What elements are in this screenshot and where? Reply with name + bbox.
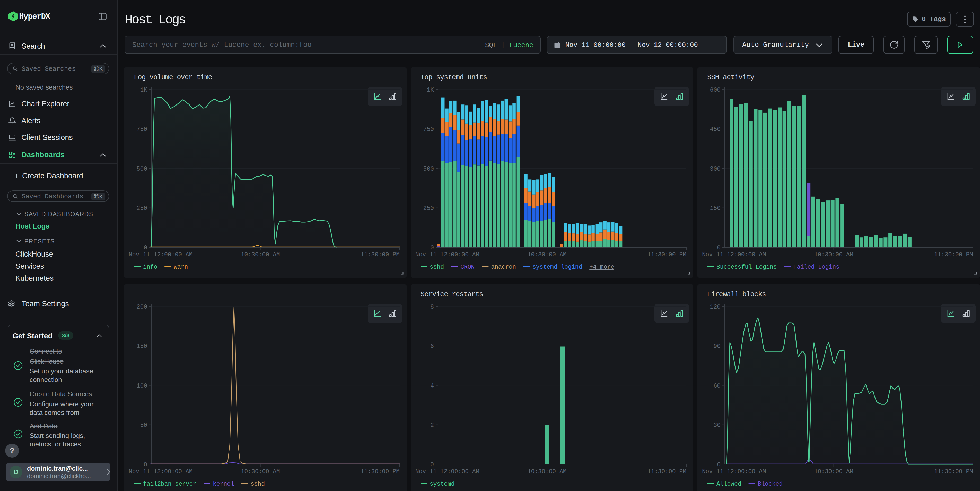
svg-text:Blocked: Blocked <box>758 481 783 488</box>
svg-text:Allowed: Allowed <box>716 481 741 488</box>
svg-text:Nov 11 12:00:00 AM: Nov 11 12:00:00 AM <box>129 251 192 258</box>
svg-text:anacron: anacron <box>491 264 516 270</box>
svg-text:0: 0 <box>717 461 721 468</box>
svg-text:Nov 11 12:00:00 AM: Nov 11 12:00:00 AM <box>129 468 192 475</box>
svg-text:11:30:00 PM: 11:30:00 PM <box>647 251 686 258</box>
svg-text:Nov 11 12:00:00 AM: Nov 11 12:00:00 AM <box>702 251 766 258</box>
svg-text:0: 0 <box>430 461 434 468</box>
svg-text:500: 500 <box>423 166 434 172</box>
svg-text:1K: 1K <box>140 87 147 94</box>
svg-text:300: 300 <box>710 166 721 172</box>
svg-text:4: 4 <box>430 383 434 389</box>
svg-text:150: 150 <box>137 343 147 350</box>
svg-text:Nov 11 12:00:00 AM: Nov 11 12:00:00 AM <box>702 468 766 475</box>
svg-text:0: 0 <box>143 461 147 468</box>
svg-text:500: 500 <box>137 166 147 172</box>
svg-text:CRON: CRON <box>460 264 474 270</box>
svg-text:11:30:00 PM: 11:30:00 PM <box>361 251 400 258</box>
svg-text:11:30:00 PM: 11:30:00 PM <box>647 468 686 475</box>
svg-text:100: 100 <box>137 383 147 389</box>
svg-text:fail2ban-server: fail2ban-server <box>143 481 196 488</box>
svg-text:90: 90 <box>713 343 721 350</box>
svg-text:Nov 11 12:00:00 AM: Nov 11 12:00:00 AM <box>415 251 479 258</box>
svg-text:10:30:00 AM: 10:30:00 AM <box>241 251 280 258</box>
svg-text:0: 0 <box>143 245 147 251</box>
svg-text:10:30:00 AM: 10:30:00 AM <box>241 468 280 475</box>
svg-text:50: 50 <box>140 422 147 429</box>
svg-text:systemd: systemd <box>430 481 455 488</box>
svg-text:0: 0 <box>430 245 434 251</box>
svg-text:Successful Logins: Successful Logins <box>716 264 777 270</box>
svg-text:warn: warn <box>174 264 188 270</box>
svg-text:60: 60 <box>713 383 721 389</box>
svg-text:Failed Logins: Failed Logins <box>794 264 840 270</box>
svg-text:kernel: kernel <box>213 481 234 488</box>
svg-text:10:30:00 AM: 10:30:00 AM <box>528 251 567 258</box>
svg-text:11:30:00 PM: 11:30:00 PM <box>361 468 400 475</box>
svg-text:750: 750 <box>137 126 147 133</box>
svg-text:info: info <box>143 264 157 270</box>
svg-text:10:30:00 AM: 10:30:00 AM <box>528 468 567 475</box>
svg-text:250: 250 <box>137 205 147 212</box>
svg-text:10:30:00 AM: 10:30:00 AM <box>814 251 853 258</box>
svg-text:600: 600 <box>710 87 721 94</box>
svg-text:1K: 1K <box>427 87 434 94</box>
svg-text:11:30:00 PM: 11:30:00 PM <box>934 251 973 258</box>
svg-text:8: 8 <box>430 303 434 310</box>
svg-text:sshd: sshd <box>430 264 444 270</box>
svg-text:750: 750 <box>423 126 434 133</box>
svg-text:200: 200 <box>137 303 147 310</box>
svg-text:250: 250 <box>423 205 434 212</box>
svg-text:11:30:00 PM: 11:30:00 PM <box>934 468 973 475</box>
svg-text:120: 120 <box>710 303 721 310</box>
svg-text:2: 2 <box>430 422 434 429</box>
svg-text:30: 30 <box>713 422 721 429</box>
svg-text:+4 more: +4 more <box>589 264 614 270</box>
svg-text:450: 450 <box>710 126 721 133</box>
svg-text:0: 0 <box>717 245 721 251</box>
svg-text:150: 150 <box>710 205 721 212</box>
svg-text:6: 6 <box>430 343 434 350</box>
svg-text:10:30:00 AM: 10:30:00 AM <box>814 468 853 475</box>
svg-text:systemd-logind: systemd-logind <box>533 264 582 270</box>
svg-text:Nov 11 12:00:00 AM: Nov 11 12:00:00 AM <box>415 468 479 475</box>
svg-text:sshd: sshd <box>251 481 265 488</box>
